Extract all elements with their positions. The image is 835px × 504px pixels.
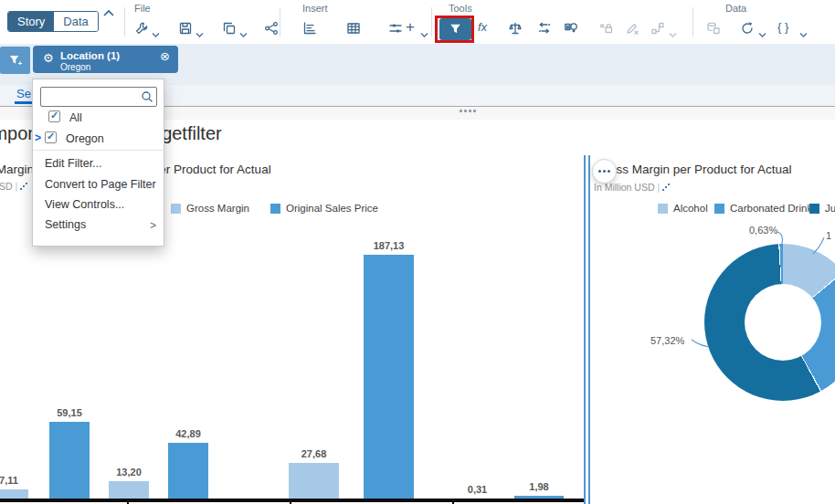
insert-chart-icon[interactable] — [301, 20, 318, 37]
bar-original-sales-price[interactable] — [364, 255, 414, 499]
legend-label: Carbonated Drinks — [730, 203, 818, 214]
legend-label: Alcohol — [673, 203, 708, 214]
donut-percentage-label: 1 — [826, 230, 831, 241]
donut-chart-title: Gross Margin per Product for Actual — [596, 163, 792, 176]
main-toolbar: Story Data File Insert — [0, 0, 835, 44]
bar-gross-margin[interactable] — [289, 463, 339, 499]
x-axis-line — [0, 499, 584, 502]
lock-icon — [597, 20, 614, 37]
bar-gross-margin[interactable] — [109, 481, 149, 499]
drill-icon[interactable] — [662, 183, 671, 191]
menu-item-settings[interactable]: Settings — [45, 218, 86, 231]
filter-dropdown-menu: All > Oregon Edit Filter... Convert to P… — [32, 79, 164, 247]
drag-handle[interactable] — [460, 110, 476, 112]
bar-original-sales-price[interactable] — [168, 443, 208, 499]
add-icon[interactable]: + — [406, 18, 415, 37]
legend-label: Juices — [825, 203, 835, 214]
bar-value-label: 13,20 — [101, 467, 156, 478]
filter-option-all[interactable]: All — [33, 110, 165, 126]
insert-table-icon[interactable] — [345, 20, 362, 37]
legend-swatch — [658, 204, 668, 214]
chevron-down-icon[interactable] — [196, 26, 204, 32]
bar-value-label: 42,89 — [161, 428, 216, 439]
donut-hole — [745, 284, 821, 361]
save-icon[interactable] — [177, 20, 194, 37]
svg-text:+: + — [17, 59, 22, 68]
bar-gross-margin[interactable] — [0, 489, 28, 499]
linked-analysis-icon — [650, 20, 666, 37]
duplicate-icon[interactable] — [221, 20, 238, 37]
toolbar-divider — [124, 7, 125, 37]
collapse-toolbar-icon[interactable] — [102, 5, 115, 22]
script-icon[interactable]: { } — [777, 20, 788, 34]
scales-icon[interactable] — [507, 20, 523, 37]
search-icon[interactable] — [141, 90, 153, 103]
wrench-tool-icon[interactable] — [133, 20, 150, 37]
refresh-icon[interactable] — [739, 20, 756, 37]
bar-value-label: 0,31 — [450, 484, 505, 495]
search-input[interactable] — [40, 87, 157, 107]
menu-item-view-controls[interactable]: View Controls... — [45, 198, 124, 211]
checkbox-checked-icon[interactable] — [48, 110, 60, 122]
chevron-down-icon[interactable] — [799, 26, 808, 32]
chevron-down-icon — [669, 26, 677, 32]
menu-item-convert-to-page-filter[interactable]: Convert to Page Filter — [45, 178, 156, 191]
filter-option-oregon[interactable]: > Oregon — [33, 131, 165, 147]
share-icon[interactable] — [263, 20, 280, 37]
tab-data[interactable]: Data — [54, 12, 97, 31]
menu-item-edit-filter[interactable]: Edit Filter... — [45, 157, 102, 170]
dimension-icon: ⚙ — [43, 51, 54, 65]
more-options-button[interactable] — [592, 159, 617, 184]
toolbar-group-tools-label: Tools — [449, 3, 472, 14]
smart-insight-icon[interactable] — [563, 20, 579, 37]
custom-sort-icon[interactable] — [536, 20, 553, 37]
legend-item-juices[interactable]: Juices — [809, 203, 835, 214]
highlight-red-box — [435, 16, 474, 43]
page-tab-active[interactable]: Se — [16, 87, 31, 100]
copy-data-icon — [705, 20, 722, 37]
formula-icon[interactable]: fx — [478, 20, 487, 34]
toolbar-group-insert-label: Insert — [302, 3, 328, 14]
toolbar-group-data-label: Data — [725, 3, 746, 14]
option-label: All — [69, 111, 82, 124]
legend-swatch — [809, 204, 819, 214]
filter-token-location[interactable]: ⚙ Location (1) Oregon ⊗ — [33, 46, 178, 73]
app-window: Story Data File Insert — [0, 0, 835, 504]
submenu-chevron-icon: > — [150, 219, 156, 232]
bar-original-sales-price[interactable] — [49, 422, 90, 499]
filter-token-title: Location (1) — [60, 50, 120, 61]
checkbox-checked-icon[interactable] — [45, 131, 57, 143]
close-icon[interactable]: ⊗ — [160, 49, 170, 63]
legend-item-alcohol[interactable]: Alcohol — [658, 203, 708, 214]
chevron-down-icon[interactable] — [152, 26, 160, 32]
toolbar-divider — [431, 7, 432, 37]
legend-item-carbonated-drinks[interactable]: Carbonated Drinks — [714, 203, 818, 214]
bar-value-label: 27,68 — [287, 448, 342, 459]
chevron-down-icon[interactable] — [758, 26, 766, 32]
donut-chart-widget[interactable]: Gross Margin per Product for Actual In M… — [588, 155, 835, 504]
bar-value-label: 187,13 — [362, 240, 417, 251]
mode-switcher: Story Data — [7, 11, 99, 32]
toolbar-divider — [692, 7, 693, 37]
bar-value-label: 1,98 — [512, 481, 566, 492]
chevron-down-icon[interactable] — [239, 26, 248, 32]
legend-swatch — [714, 204, 724, 214]
bar-value-label: 59,15 — [42, 407, 97, 418]
add-filter-button[interactable]: + — [0, 47, 30, 74]
insert-input-control-icon[interactable] — [387, 20, 404, 37]
donut-percentage-label: 57,32% — [650, 335, 684, 346]
toolbar-group-file-label: File — [134, 3, 151, 14]
option-label: Oregon — [66, 132, 104, 145]
filter-token-value: Oregon — [60, 62, 90, 72]
menu-divider — [33, 150, 165, 151]
tab-story[interactable]: Story — [8, 12, 54, 31]
chevron-down-icon[interactable] — [420, 26, 428, 32]
eraser-icon — [624, 20, 640, 37]
bar-value-label: 7,11 — [0, 475, 37, 486]
donut-percentage-label: 0,63% — [749, 225, 777, 236]
toolbar-divider — [280, 7, 280, 37]
expand-chevron-icon[interactable]: > — [35, 131, 41, 144]
